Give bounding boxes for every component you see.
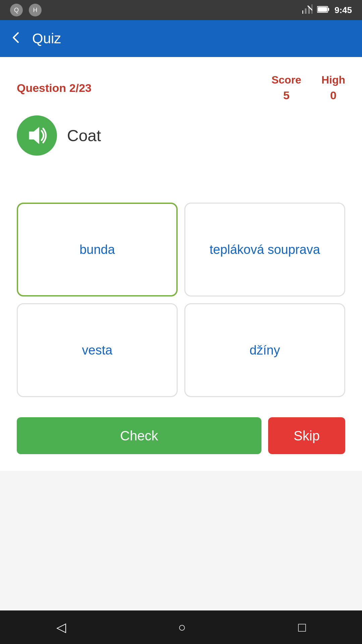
nav-home-icon[interactable]: ○ <box>178 620 186 635</box>
score-header: Score <box>272 74 301 86</box>
high-col: High 0 <box>321 74 345 102</box>
check-button[interactable]: Check <box>17 417 261 454</box>
score-col: Score 5 <box>272 74 301 102</box>
answer-card-1[interactable]: bunda <box>17 203 178 297</box>
skip-button[interactable]: Skip <box>268 417 345 454</box>
nav-recent-icon[interactable]: □ <box>298 620 306 635</box>
app-title: Quiz <box>32 31 61 47</box>
svg-rect-6 <box>328 8 329 11</box>
status-icon-q: Q <box>10 4 23 16</box>
status-bar-right: 9:45 <box>302 4 352 16</box>
nav-bar: ◁ ○ □ <box>0 610 362 644</box>
answers-grid: bunda tepláková souprava vesta džíny <box>13 193 349 407</box>
high-value: 0 <box>330 89 337 102</box>
battery-icon <box>317 5 330 15</box>
high-header: High <box>321 74 345 86</box>
status-bar: Q H 9:45 <box>0 0 362 20</box>
status-icon-h: H <box>29 4 42 16</box>
answer-card-2[interactable]: tepláková souprava <box>184 203 345 297</box>
answer-card-4[interactable]: džíny <box>184 303 345 397</box>
score-row: Question 2/23 Score 5 High 0 <box>13 67 349 105</box>
status-bar-left: Q H <box>10 4 42 16</box>
bottom-buttons: Check Skip <box>13 411 349 461</box>
sound-icon <box>25 124 49 147</box>
nav-back-icon[interactable]: ◁ <box>56 620 66 635</box>
sound-button[interactable] <box>17 115 57 156</box>
score-value: 5 <box>283 89 290 102</box>
question-label: Question 2/23 <box>17 82 92 95</box>
word-area: Coat <box>13 105 349 159</box>
app-bar: Quiz <box>0 20 362 57</box>
score-area: Score 5 High 0 <box>272 74 345 102</box>
time-display: 9:45 <box>335 5 352 15</box>
quiz-word: Coat <box>67 126 101 145</box>
signal-icon <box>302 4 312 16</box>
svg-rect-7 <box>318 7 327 12</box>
svg-marker-8 <box>29 127 39 144</box>
answer-card-3[interactable]: vesta <box>17 303 178 397</box>
back-button[interactable] <box>10 32 22 46</box>
main-content: Question 2/23 Score 5 High 0 Coat <box>0 57 362 471</box>
